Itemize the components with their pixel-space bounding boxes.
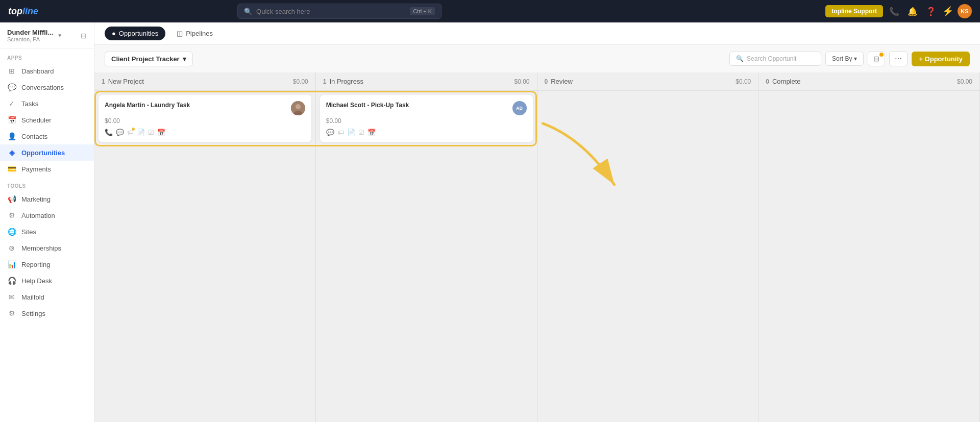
card-2-amount: $0.00 bbox=[326, 117, 527, 125]
sidebar-toggle-icon[interactable]: ⊟ bbox=[81, 32, 87, 40]
sidebar-item-conversations[interactable]: 💬 Conversations bbox=[0, 79, 94, 95]
columns-area: 1 New Project $0.00 Angela Martin - Laun… bbox=[94, 72, 980, 422]
tab-opportunities-label: Opportunities bbox=[119, 30, 158, 37]
col-header-complete: 0 Complete $0.00 bbox=[758, 72, 979, 91]
workspace-chevron-icon: ▼ bbox=[57, 33, 62, 38]
sort-by-button[interactable]: Sort By ▾ bbox=[825, 52, 864, 66]
tab-opportunities[interactable]: ● Opportunities bbox=[105, 27, 165, 40]
col-name-in-progress: In Progress bbox=[329, 78, 511, 85]
tasks-icon: ✓ bbox=[7, 100, 16, 108]
card-2-title: Michael Scott - Pick-Up Task bbox=[326, 101, 508, 110]
notification-icon-btn[interactable]: 🔔 bbox=[905, 4, 920, 18]
svg-point-1 bbox=[296, 104, 301, 109]
col-name-complete: Complete bbox=[772, 78, 954, 85]
sidebar-label-memberships: Memberships bbox=[21, 244, 61, 252]
card-1-title: Angela Martin - Laundry Task bbox=[105, 101, 287, 110]
card-2-chat-icon[interactable]: 💬 bbox=[326, 129, 334, 136]
tab-pipelines[interactable]: ◫ Pipelines bbox=[169, 27, 220, 40]
card-2-check-icon[interactable]: ☑ bbox=[358, 129, 364, 136]
sidebar-label-settings: Settings bbox=[21, 310, 45, 317]
sidebar-label-sites: Sites bbox=[21, 228, 36, 236]
sidebar-label-marketing: Marketing bbox=[21, 195, 51, 203]
sidebar-label-mailfold: Mailfold bbox=[21, 293, 44, 301]
sidebar-item-payments[interactable]: 💳 Payments bbox=[0, 161, 94, 177]
col-amount-in-progress: $0.00 bbox=[514, 78, 529, 85]
card-2-cal-icon[interactable]: 📅 bbox=[368, 129, 376, 136]
phone-icon-btn[interactable]: 📞 bbox=[887, 4, 901, 18]
sidebar-label-tasks: Tasks bbox=[21, 100, 38, 108]
col-header-new-project: 1 New Project $0.00 bbox=[94, 72, 315, 91]
sidebar-item-tasks[interactable]: ✓ Tasks bbox=[0, 95, 94, 112]
pipeline-name: Client Project Tracker bbox=[111, 55, 180, 63]
search-opportunities[interactable]: 🔍 Search Opportunit bbox=[729, 52, 821, 66]
col-amount-new-project: $0.00 bbox=[293, 78, 308, 85]
sidebar-item-scheduler[interactable]: 📅 Scheduler bbox=[0, 112, 94, 128]
user-avatar-btn[interactable]: KS bbox=[958, 4, 972, 18]
sidebar-label-contacts: Contacts bbox=[21, 133, 47, 140]
dashboard-icon: ⊞ bbox=[7, 67, 16, 75]
column-new-project: 1 New Project $0.00 Angela Martin - Laun… bbox=[94, 72, 316, 422]
memberships-icon: ⊚ bbox=[7, 244, 16, 252]
sidebar-item-opportunities[interactable]: ◈ Opportunities bbox=[0, 144, 94, 161]
reporting-icon: 📊 bbox=[7, 260, 16, 268]
filter-button[interactable]: ⊟ bbox=[868, 51, 885, 66]
pipelines-icon: ◫ bbox=[177, 30, 183, 37]
sidebar-item-marketing[interactable]: 📢 Marketing bbox=[0, 191, 94, 207]
scheduler-icon: 📅 bbox=[7, 116, 16, 124]
sidebar-item-reporting[interactable]: 📊 Reporting bbox=[0, 256, 94, 272]
sidebar-label-conversations: Conversations bbox=[21, 84, 64, 91]
support-button[interactable]: topline Support bbox=[825, 5, 883, 17]
search-icon: 🔍 bbox=[244, 8, 252, 15]
col-count-new-project: 1 bbox=[102, 78, 105, 85]
col-name-review: Review bbox=[551, 78, 732, 85]
col-body-new-project: Angela Martin - Laundry Task $0.00 bbox=[94, 91, 315, 422]
search-shortcut: Ctrl + K bbox=[410, 7, 435, 15]
pipeline-header: Client Project Tracker ▾ 🔍 Search Opport… bbox=[94, 45, 980, 72]
card-1-tag-icon[interactable]: 🏷 bbox=[127, 129, 134, 136]
card-1-doc-icon[interactable]: 📄 bbox=[137, 129, 145, 136]
help-icon-btn[interactable]: ❓ bbox=[924, 4, 938, 18]
pipeline-selector[interactable]: Client Project Tracker ▾ bbox=[105, 52, 193, 66]
card-2-title-row: Michael Scott - Pick-Up Task AB bbox=[326, 101, 527, 115]
tools-section-label: Tools bbox=[0, 177, 94, 191]
more-dots-icon: ⋯ bbox=[895, 55, 902, 63]
col-header-review: 0 Review $0.00 bbox=[537, 72, 758, 91]
sidebar-item-helpdesk[interactable]: 🎧 Help Desk bbox=[0, 272, 94, 289]
card-1-cal-icon[interactable]: 📅 bbox=[157, 129, 165, 136]
search-bar[interactable]: 🔍 Quick search here Ctrl + K bbox=[237, 4, 442, 19]
card-1-chat-icon[interactable]: 💬 bbox=[116, 129, 124, 136]
card-angela-laundry[interactable]: Angela Martin - Laundry Task $0.00 bbox=[99, 95, 311, 142]
workspace-name: Dunder Miffli... bbox=[7, 29, 53, 36]
workspace-selector[interactable]: Dunder Miffli... Scranton, PA ▼ ⊟ bbox=[0, 22, 94, 49]
card-1-check-icon[interactable]: ☑ bbox=[148, 129, 154, 136]
conversations-icon: 💬 bbox=[7, 83, 16, 91]
more-options-button[interactable]: ⋯ bbox=[889, 51, 908, 66]
sidebar-label-reporting: Reporting bbox=[21, 261, 50, 268]
sidebar-item-automation[interactable]: ⚙ Automation bbox=[0, 207, 94, 224]
col-count-in-progress: 1 bbox=[323, 78, 327, 85]
sidebar-item-memberships[interactable]: ⊚ Memberships bbox=[0, 240, 94, 256]
search-opps-icon: 🔍 bbox=[736, 55, 744, 62]
sidebar-item-dashboard[interactable]: ⊞ Dashboard bbox=[0, 63, 94, 79]
filter-icon: ⊟ bbox=[873, 55, 879, 63]
card-1-phone-icon[interactable]: 📞 bbox=[105, 129, 113, 136]
card-1-icons: 📞 💬 🏷 📄 ☑ 📅 bbox=[105, 129, 305, 136]
card-2-tag-icon[interactable]: 🏷 bbox=[337, 129, 344, 136]
opportunities-dot-icon: ● bbox=[112, 30, 116, 37]
sidebar-item-sites[interactable]: 🌐 Sites bbox=[0, 224, 94, 240]
card-michael-pickup[interactable]: Michael Scott - Pick-Up Task AB $0.00 💬 … bbox=[320, 95, 533, 142]
column-review: 0 Review $0.00 bbox=[537, 72, 759, 422]
opportunities-icon: ◈ bbox=[7, 148, 16, 157]
helpdesk-icon: 🎧 bbox=[7, 277, 16, 285]
col-count-review: 0 bbox=[545, 78, 548, 85]
sidebar-item-contacts[interactable]: 👤 Contacts bbox=[0, 128, 94, 144]
card-2-doc-icon[interactable]: 📄 bbox=[347, 129, 355, 136]
add-opportunity-button[interactable]: + Opportunity bbox=[912, 52, 970, 66]
pipeline-chevron-icon: ▾ bbox=[183, 55, 186, 63]
workspace-location: Scranton, PA bbox=[7, 36, 53, 42]
sidebar-item-settings[interactable]: ⚙ Settings bbox=[0, 305, 94, 321]
sidebar-item-mailfold[interactable]: ✉ Mailfold bbox=[0, 289, 94, 305]
filter-active-dot bbox=[879, 53, 884, 57]
lightning-icon-btn[interactable]: ⚡ bbox=[942, 6, 953, 17]
card-2-avatar: AB bbox=[512, 101, 527, 115]
